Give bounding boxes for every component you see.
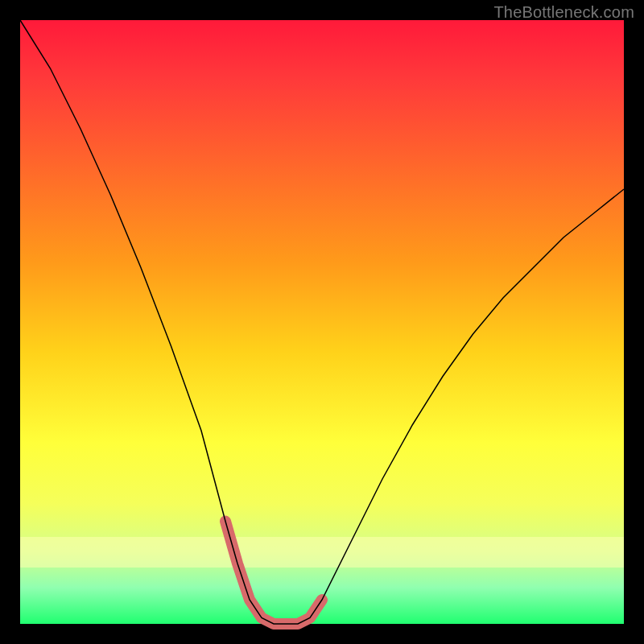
watermark-text: TheBottleneck.com (493, 3, 634, 22)
chart-svg (20, 20, 624, 624)
bottleneck-curve (20, 20, 624, 624)
plot-area (20, 20, 624, 624)
chart-frame: TheBottleneck.com (0, 0, 644, 644)
